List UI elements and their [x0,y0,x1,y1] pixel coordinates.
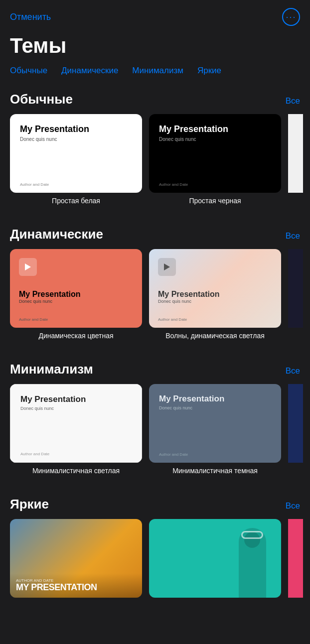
tab-dynamic[interactable]: Динамические [61,66,118,76]
card-minimal-dark[interactable]: My Presentation Donec quis nunc Author a… [149,384,281,475]
section-header-dynamic: Динамические Все [0,227,310,249]
cards-row-bright: AUTHOR AND DATE MY PRESENTATION [0,519,310,598]
section-ordinary: Обычные Все My Presentation Donec quis n… [0,84,310,209]
thumb-bright-1: AUTHOR AND DATE MY PRESENTATION [10,519,142,598]
card-minimal-light[interactable]: My Presentation Donec quis nunc Author a… [10,384,142,475]
card-label-simple-black: Простая черная [189,197,241,205]
thumb-bright-2 [149,519,281,598]
card-label-dynamic-color: Динамическая цветная [38,332,113,340]
section-all-minimal[interactable]: Все [286,366,300,376]
thumb-minimal-partial [288,384,303,463]
thumb-subtitle: Donec quis nunc [158,299,272,304]
thumb-author: Author and Date [19,317,133,322]
section-dynamic: Динамические Все My Presentation Donec q… [0,219,310,344]
thumb-author: Author and Date [159,452,271,457]
thumb-ordinary-partial [288,114,303,193]
section-title-bright: Яркие [10,497,49,512]
bright-title: MY PRESENTATION [16,583,136,593]
card-bright-partial [288,519,303,598]
more-button[interactable]: ··· [282,8,300,26]
thumb-subtitle: Donec quis nunc [19,299,133,304]
thumb-subtitle: Donec quis nunc [159,136,271,142]
play-icon [158,258,176,276]
cards-row-minimal: My Presentation Donec quis nunc Author a… [0,384,310,475]
section-bright: Яркие Все AUTHOR AND DATE MY PRESENTATIO… [0,489,310,602]
thumb-subtitle: Donec quis nunc [20,136,132,142]
card-dynamic-color[interactable]: My Presentation Donec quis nunc Author a… [10,249,142,340]
thumb-simple-white: My Presentation Donec quis nunc Author a… [10,114,142,193]
thumb-author: Author and Date [158,317,272,322]
card-label-simple-white: Простая белая [52,197,100,205]
thumb-title: My Presentation [20,124,132,134]
play-triangle [164,263,170,270]
section-minimal: Минимализм Все My Presentation Donec qui… [0,354,310,479]
card-bright-1[interactable]: AUTHOR AND DATE MY PRESENTATION [10,519,142,598]
play-icon [19,258,37,276]
card-minimal-partial [288,384,303,475]
section-title-ordinary: Обычные [10,92,73,107]
cancel-button[interactable]: Отменить [10,12,51,22]
tab-ordinary[interactable]: Обычные [10,66,47,76]
card-label-minimal-light: Минималистичная светлая [32,467,120,475]
card-label-minimal-dark: Минималистичная темная [172,467,258,475]
section-all-ordinary[interactable]: Все [286,96,300,106]
header: Отменить ··· [0,0,310,30]
section-title-dynamic: Динамические [10,227,103,242]
section-all-bright[interactable]: Все [286,501,300,511]
thumb-simple-black: My Presentation Donec quis nunc Author a… [149,114,281,193]
thumb-title: My Presentation [158,290,272,299]
section-all-dynamic[interactable]: Все [286,231,300,241]
cards-row-dynamic: My Presentation Donec quis nunc Author a… [0,249,310,340]
section-title-minimal: Минимализм [10,362,93,377]
more-icon: ··· [286,12,296,21]
thumb-title: My Presentation [159,394,271,404]
section-header-minimal: Минимализм Все [0,362,310,384]
play-triangle [25,263,31,270]
tab-bright[interactable]: Яркие [197,66,221,76]
thumb-title: My Presentation [159,124,271,134]
card-bright-2[interactable] [149,519,281,598]
thumb-author: Author and Date [20,182,132,187]
thumb-wave-light: My Presentation Donec quis nunc Author a… [149,249,281,328]
thumb-author: Author and Date [159,182,271,187]
thumb-dynamic-partial [288,249,303,328]
thumb-subtitle: Donec quis nunc [159,405,271,410]
card-simple-white[interactable]: My Presentation Donec quis nunc Author a… [10,114,142,205]
section-header-ordinary: Обычные Все [0,92,310,114]
tabs-row: Обычные Динамические Минимализм Яркие [0,66,310,84]
card-dynamic-partial [288,249,303,340]
thumb-minimal-light: My Presentation Donec quis nunc Author a… [10,384,142,463]
tab-minimal[interactable]: Минимализм [132,66,183,76]
card-ordinary-partial [288,114,303,205]
thumb-author: Author and Date [20,452,132,456]
cards-row-ordinary: My Presentation Donec quis nunc Author a… [0,114,310,205]
thumb-title: My Presentation [20,394,132,404]
card-simple-black[interactable]: My Presentation Donec quis nunc Author a… [149,114,281,205]
thumb-bright-partial [288,519,303,598]
thumb-dynamic-color: My Presentation Donec quis nunc Author a… [10,249,142,328]
card-wave-light[interactable]: My Presentation Donec quis nunc Author a… [149,249,281,340]
thumb-subtitle: Donec quis nunc [20,406,132,411]
page-title: Темы [0,30,310,66]
section-header-bright: Яркие Все [0,497,310,519]
card-label-wave-light: Волны, динамическая светлая [165,332,265,340]
thumb-title: My Presentation [19,290,133,299]
thumb-minimal-dark: My Presentation Donec quis nunc Author a… [149,384,281,463]
